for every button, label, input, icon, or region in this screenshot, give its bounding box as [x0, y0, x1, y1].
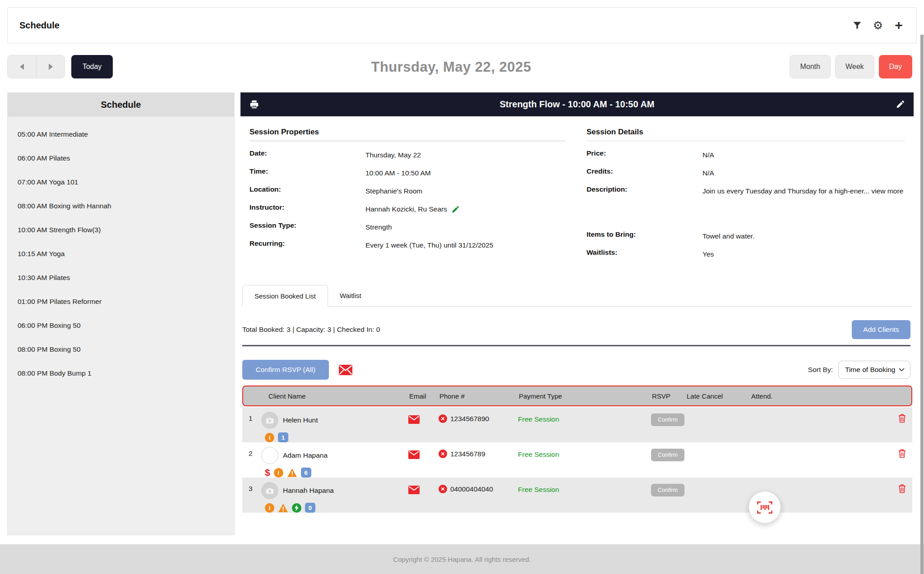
sidebar-item-session[interactable]: 10:15 AM Yoga — [8, 242, 234, 266]
sidebar-item-session[interactable]: 10:30 AM Pilates — [8, 266, 234, 289]
table-row: 1 Helen Hunt i 1 1 — [242, 407, 912, 442]
client-name-link[interactable]: Hannah Hapana — [283, 487, 334, 495]
col-email: Email — [409, 392, 439, 400]
info-icon[interactable]: i — [274, 468, 283, 478]
count-badge: 6 — [301, 468, 311, 478]
confirm-rsvp-all-button[interactable]: Confirm RSVP (All) — [242, 360, 329, 380]
col-payment-type: Payment Type — [519, 392, 652, 400]
session-title: Strength Flow - 10:00 AM - 10:50 AM — [259, 99, 895, 110]
client-phone: 04000404040 — [450, 485, 493, 493]
add-clients-button[interactable]: Add Clients — [852, 320, 910, 339]
session-properties-title: Session Properties — [249, 128, 319, 137]
delete-booking-icon[interactable] — [898, 484, 906, 493]
location-label: Location: — [249, 184, 365, 193]
description-label: Description: — [587, 184, 702, 193]
avatar — [261, 447, 278, 464]
price-label: Price: — [587, 147, 702, 157]
instructor-label: Instructor: — [249, 202, 365, 211]
view-more-link[interactable]: view more — [872, 187, 904, 195]
info-icon[interactable]: i — [265, 433, 274, 442]
add-icon[interactable]: + — [893, 19, 905, 31]
email-icon[interactable] — [408, 415, 420, 424]
price-value: N/A — [702, 147, 905, 161]
view-switcher: Month Week Day — [790, 55, 912, 78]
confirm-rsvp-button[interactable]: Confirm — [651, 413, 684, 426]
credits-value: N/A — [702, 165, 905, 179]
clients-table-header: Client Name Email Phone # Payment Type R… — [242, 386, 912, 406]
divider — [249, 141, 565, 141]
waitlists-value: Yes — [702, 247, 905, 260]
booking-summary: Total Booked: 3 | Capacity: 3 | Checked … — [242, 326, 380, 334]
day-view-button[interactable]: Day — [879, 55, 912, 78]
sidebar-item-session[interactable]: 06:00 PM Boxing 50 — [8, 313, 234, 337]
footer: Copyright © 2025 Hapana. All rights rese… — [0, 544, 924, 574]
sidebar-item-session[interactable]: 10:00 AM Strength Flow(3) — [8, 218, 234, 242]
col-client-name: Client Name — [262, 392, 409, 400]
col-late-cancel: Late Cancel — [687, 392, 751, 400]
recurring-value: Every 1 week (Tue, Thu) until 31/12/2025 — [365, 238, 565, 251]
barcode-scan-button[interactable] — [749, 491, 781, 523]
copyright-text: Copyright © 2025 Hapana. All rights rese… — [393, 556, 531, 563]
sidebar-item-session[interactable]: 08:00 PM Boxing 50 — [8, 337, 234, 361]
sidebar-item-session[interactable]: 01:00 PM Pilates Reformer — [8, 289, 234, 313]
dollar-icon[interactable]: $ — [265, 468, 270, 478]
tab-waitlist[interactable]: Waitlist — [328, 285, 373, 306]
week-view-button[interactable]: Week — [835, 55, 874, 78]
sidebar-title: Schedule — [8, 93, 234, 117]
client-name-link[interactable]: Adam Hapana — [283, 451, 328, 459]
avatar — [261, 482, 278, 499]
print-icon[interactable] — [249, 99, 259, 110]
payment-type: Free Session — [518, 478, 651, 494]
tab-session-booked-list[interactable]: Session Booked List — [242, 285, 328, 307]
sidebar-item-session[interactable]: 08:00 AM Boxing with Hannah — [8, 194, 234, 218]
warning-icon[interactable] — [278, 503, 288, 513]
sidebar-item-session[interactable]: 08:00 PM Body Bump 1 — [8, 361, 234, 385]
delete-booking-icon[interactable] — [898, 413, 906, 423]
email-icon[interactable] — [408, 486, 420, 494]
col-attend: Attend. — [751, 392, 899, 400]
filter-icon[interactable] — [851, 19, 863, 31]
sidebar-item-session[interactable]: 06:00 AM Pilates — [8, 146, 234, 170]
settings-icon[interactable]: ⚙ — [872, 19, 884, 31]
sort-by-select[interactable]: Time of Booking — [838, 361, 910, 379]
edit-instructor-icon[interactable] — [452, 206, 459, 213]
description-value: Join us every Tuesday and Thursday for a… — [702, 187, 869, 195]
delete-booking-icon[interactable] — [898, 449, 906, 458]
phone-invalid-icon — [439, 485, 447, 493]
client-name-link[interactable]: Helen Hunt — [283, 416, 318, 424]
avatar — [261, 412, 278, 429]
clients-table-body: 1 Helen Hunt i 1 1 — [242, 407, 912, 513]
count-badge: 1 — [278, 432, 288, 442]
recurring-label: Recurring: — [249, 238, 365, 248]
waitlists-label: Waitlists: — [587, 247, 702, 257]
items-to-bring-value: Towel and water. — [702, 229, 905, 242]
session-properties: Date:Thursday, May 22 Time:10:00 AM - 10… — [249, 147, 565, 256]
vertical-scrollbar[interactable] — [920, 35, 924, 574]
email-icon[interactable] — [408, 450, 420, 459]
payment-type: Free Session — [518, 407, 651, 423]
location-value: Stephanie's Room — [365, 184, 565, 197]
sidebar-item-session[interactable]: 05:00 AM Intermediate — [8, 122, 234, 146]
current-date-title: Thursday, May 22, 2025 — [0, 59, 902, 75]
warning-icon[interactable] — [287, 468, 297, 478]
edit-session-icon[interactable] — [895, 99, 906, 110]
sidebar-item-session[interactable]: 07:00 AM Yoga 101 — [8, 170, 234, 194]
sidebar-session-list: 05:00 AM Intermediate 06:00 AM Pilates 0… — [8, 117, 234, 385]
items-to-bring-label: Items to Bring: — [587, 229, 702, 239]
date-label: Date: — [249, 147, 365, 157]
sort-by-label: Sort By: — [808, 366, 833, 374]
confirm-rsvp-button[interactable]: Confirm — [651, 484, 684, 496]
session-type-value: Strength — [365, 220, 565, 233]
divider — [242, 345, 910, 346]
session-header-bar: Strength Flow - 10:00 AM - 10:50 AM — [240, 92, 914, 116]
lightning-icon[interactable] — [292, 503, 301, 513]
bulk-email-icon[interactable] — [339, 365, 352, 375]
row-index: 3 — [242, 478, 261, 493]
time-label: Time: — [249, 165, 365, 175]
info-icon[interactable]: i — [265, 503, 274, 513]
month-view-button[interactable]: Month — [790, 55, 830, 78]
col-phone: Phone # — [439, 392, 519, 400]
confirm-rsvp-button[interactable]: Confirm — [651, 449, 684, 461]
client-phone: 1234567890 — [450, 415, 489, 423]
session-details: Price:N/A Credits:N/A Description: Join … — [587, 147, 905, 265]
